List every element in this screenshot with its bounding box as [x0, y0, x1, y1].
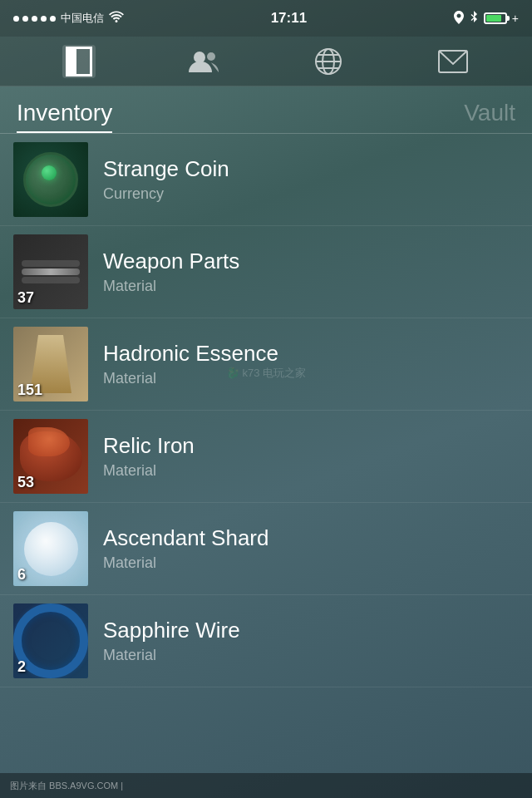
item-type: Material: [103, 554, 268, 572]
status-left: 中国电信: [13, 11, 124, 26]
item-info: Weapon PartsMaterial: [103, 249, 239, 295]
item-thumbnail: [13, 142, 88, 217]
wifi-icon: [109, 11, 124, 26]
item-info: Sapphire WireMaterial: [103, 618, 240, 664]
item-info: Hadronic EssenceMaterial: [103, 341, 278, 387]
tab-vault[interactable]: Vault: [464, 100, 515, 133]
svg-point-0: [194, 52, 205, 63]
battery-fill: [486, 15, 502, 22]
tab-inventory[interactable]: Inventory: [17, 100, 112, 133]
item-thumbnail: 53: [13, 419, 88, 494]
item-thumbnail: 6: [13, 511, 88, 586]
list-item[interactable]: 2Sapphire WireMaterial: [0, 595, 532, 687]
footer: 图片来自 BBS.A9VG.COM |: [0, 773, 532, 798]
item-type: Material: [103, 370, 278, 387]
item-name: Relic Iron: [103, 433, 195, 459]
charging-icon: +: [512, 12, 519, 25]
items-list: Strange CoinCurrency37Weapon PartsMateri…: [0, 134, 532, 773]
signal-dot-2: [22, 16, 28, 22]
nav-friends-button[interactable]: [187, 45, 220, 78]
item-name: Weapon Parts: [103, 249, 239, 274]
signal-dot-4: [41, 16, 47, 22]
item-info: Ascendant ShardMaterial: [103, 525, 268, 572]
item-info: Strange CoinCurrency: [103, 156, 229, 203]
location-icon: [454, 11, 464, 27]
signal-dot-3: [32, 16, 37, 22]
item-info: Relic IronMaterial: [103, 433, 195, 480]
item-name: Strange Coin: [103, 156, 229, 182]
item-type: Material: [103, 647, 240, 664]
inventory-icon: [66, 47, 92, 76]
item-thumbnail: 2: [13, 603, 88, 678]
carrier-label: 中国电信: [61, 11, 104, 26]
list-item[interactable]: 53Relic IronMaterial: [0, 411, 532, 503]
footer-text: 图片来自 BBS.A9VG.COM |: [10, 780, 123, 792]
nav-globe-button[interactable]: [312, 45, 345, 78]
tab-row: Inventory Vault: [0, 86, 532, 133]
item-thumbnail: 151: [13, 327, 88, 401]
signal-dot-1: [13, 16, 19, 22]
status-time: 17:11: [271, 10, 307, 27]
signal-dots: [13, 16, 56, 22]
item-count: 37: [17, 289, 34, 307]
status-bar: 中国电信 17:11 +: [0, 0, 532, 37]
nav-mail-button[interactable]: [436, 45, 470, 78]
nav-bar: [0, 37, 532, 86]
item-type: Currency: [103, 185, 229, 203]
item-count: 53: [17, 474, 34, 491]
item-count: 2: [17, 658, 26, 676]
list-item[interactable]: 151Hadronic EssenceMaterial: [0, 318, 532, 411]
nav-inventory-button[interactable]: [62, 45, 96, 78]
item-type: Material: [103, 278, 239, 295]
item-type: Material: [103, 462, 195, 480]
list-item[interactable]: 37Weapon PartsMaterial: [0, 226, 532, 318]
item-thumbnail: 37: [13, 234, 88, 309]
item-name: Ascendant Shard: [103, 525, 268, 551]
bluetooth-icon: [469, 11, 479, 27]
item-count: 6: [17, 566, 26, 584]
list-item[interactable]: 6Ascendant ShardMaterial: [0, 503, 532, 595]
item-name: Sapphire Wire: [103, 618, 240, 643]
signal-dot-5: [50, 16, 56, 22]
item-count: 151: [17, 382, 42, 399]
list-item[interactable]: Strange CoinCurrency: [0, 134, 532, 226]
status-right: +: [454, 11, 519, 27]
battery-icon: [484, 12, 507, 24]
svg-point-1: [207, 52, 215, 61]
item-name: Hadronic Essence: [103, 341, 278, 367]
